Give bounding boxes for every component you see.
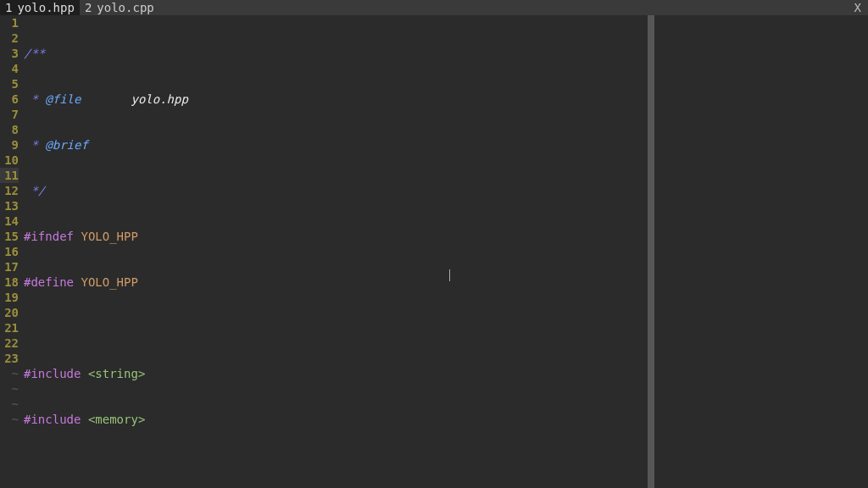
line-number: 11 bbox=[0, 168, 19, 183]
main-area: 1234567891011121314151617181920212223~~~… bbox=[0, 15, 868, 488]
tab-yolo-cpp[interactable]: 2 yolo.cpp bbox=[80, 0, 159, 15]
line-number: 5 bbox=[0, 76, 19, 92]
line-number: 7 bbox=[0, 107, 19, 122]
text-cursor-icon bbox=[449, 269, 450, 281]
code-area[interactable]: /** * @file yolo.hpp * @brief */ #ifndef… bbox=[22, 15, 648, 488]
tab-label: yolo.hpp bbox=[17, 0, 74, 15]
close-icon[interactable]: X bbox=[848, 0, 868, 15]
line-number: 14 bbox=[0, 214, 19, 229]
tab-index: 2 bbox=[85, 0, 92, 15]
editor-window: 1 yolo.hpp 2 yolo.cpp X 1234567891011121… bbox=[0, 0, 868, 488]
line-number: 21 bbox=[0, 320, 19, 336]
pp-ifndef: #ifndef bbox=[24, 230, 74, 243]
line-number: 3 bbox=[0, 46, 19, 61]
tab-label: yolo.cpp bbox=[97, 0, 153, 15]
empty-line-tilde: ~ bbox=[0, 366, 19, 381]
line-number: 12 bbox=[0, 183, 19, 198]
line-number: 2 bbox=[0, 30, 19, 46]
empty-line-tilde: ~ bbox=[0, 412, 19, 427]
line-number: 15 bbox=[0, 229, 19, 244]
line-number: 22 bbox=[0, 336, 19, 351]
line-number: 1 bbox=[0, 15, 19, 30]
tab-yolo-hpp[interactable]: 1 yolo.hpp bbox=[0, 0, 80, 15]
line-number: 10 bbox=[0, 152, 19, 168]
pp-include: #include bbox=[24, 367, 81, 380]
line-number-gutter: 1234567891011121314151617181920212223~~~… bbox=[0, 15, 22, 488]
line-number: 17 bbox=[0, 259, 19, 274]
line-number: 23 bbox=[0, 351, 19, 366]
empty-line-tilde: ~ bbox=[0, 381, 19, 396]
pp-define: #define bbox=[24, 275, 74, 289]
line-number: 19 bbox=[0, 290, 19, 305]
line-number: 9 bbox=[0, 137, 19, 152]
editor-padding bbox=[654, 15, 868, 488]
pp-include: #include bbox=[24, 413, 81, 426]
doc-tag-file: @file bbox=[45, 92, 81, 106]
line-number: 18 bbox=[0, 274, 19, 290]
doc-tag-brief: @brief bbox=[45, 138, 88, 152]
line-number: 6 bbox=[0, 92, 19, 107]
doc-comment: /** bbox=[24, 47, 45, 60]
scrollbar[interactable] bbox=[648, 15, 654, 488]
tab-bar: 1 yolo.hpp 2 yolo.cpp X bbox=[0, 0, 868, 15]
line-number: 8 bbox=[0, 122, 19, 137]
line-number: 13 bbox=[0, 198, 19, 214]
scrollbar-thumb[interactable] bbox=[648, 15, 654, 488]
line-number: 4 bbox=[0, 61, 19, 76]
line-number: 20 bbox=[0, 305, 19, 320]
empty-line-tilde: ~ bbox=[0, 396, 19, 412]
line-number: 16 bbox=[0, 244, 19, 259]
tab-index: 1 bbox=[5, 0, 12, 15]
